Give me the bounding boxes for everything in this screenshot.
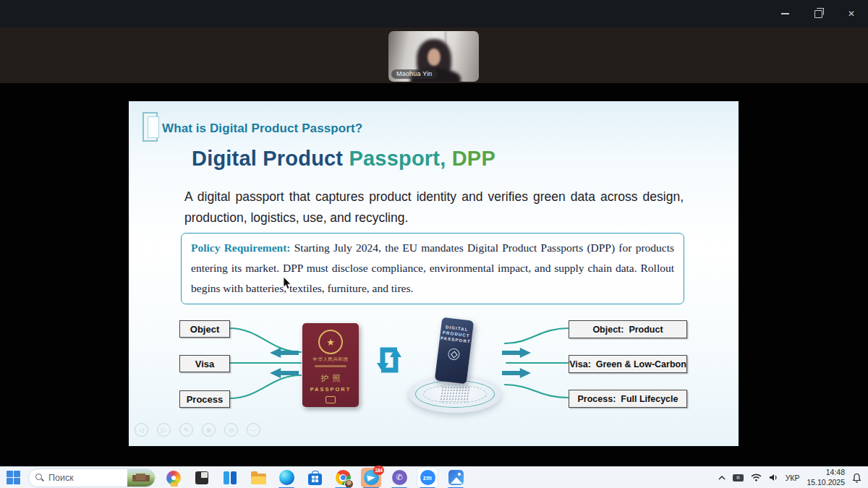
- system-tray: УКР 14:48 15.10.2025: [718, 468, 861, 487]
- taskbar-app-viber[interactable]: ✆: [389, 468, 409, 488]
- dark-app-icon: [195, 471, 208, 484]
- taskbar-app-explorer[interactable]: [248, 468, 268, 488]
- notification-bell-icon[interactable]: [852, 473, 861, 483]
- passport-country-text: 中华人民共和国: [302, 356, 359, 363]
- right-box-object-product: Object: Product: [569, 320, 687, 338]
- restore-icon: [814, 10, 822, 18]
- right-box-visa-green: Visa: Green & Low-Carbon: [569, 355, 687, 373]
- panels-app-icon: [224, 471, 237, 484]
- exchange-cycle-icon: [373, 343, 404, 377]
- passport-chip-icon: [326, 396, 336, 403]
- national-emblem-icon: ★: [318, 330, 343, 354]
- platform-dot-pattern: [439, 386, 470, 402]
- taskbar-app-panels[interactable]: [220, 468, 240, 488]
- left-box-object: Object: [179, 320, 230, 338]
- start-button[interactable]: [7, 471, 20, 484]
- taskbar-app-pinwheel[interactable]: [163, 468, 184, 488]
- minimize-button[interactable]: [768, 0, 801, 27]
- viber-icon: ✆: [392, 470, 407, 485]
- close-button[interactable]: ✕: [835, 0, 868, 27]
- slide-header: What is Digital Product Passport?: [162, 121, 362, 136]
- tray-chevron-icon[interactable]: [718, 476, 726, 480]
- file-explorer-icon: [251, 474, 266, 484]
- prev-slide-button[interactable]: ◁: [135, 423, 148, 437]
- slide-title-part3: DPP: [446, 147, 495, 170]
- slide-deco-bracket-icon: [142, 112, 158, 142]
- zoom-tool-button[interactable]: ⊙: [224, 423, 238, 437]
- telegram-notification-badge: 184: [373, 466, 384, 475]
- taskbar-app-edge[interactable]: [276, 468, 297, 488]
- search-icon: [35, 474, 43, 481]
- left-box-process: Process: [179, 390, 230, 408]
- more-options-button[interactable]: ⋯: [247, 423, 260, 437]
- next-slide-button[interactable]: ▷: [157, 423, 171, 437]
- slide-title-part1: Digital Product: [192, 147, 343, 170]
- chinese-passport-graphic: ★ 中华人民共和国 护照 PASSPORT: [302, 323, 359, 407]
- taskbar-app-zoom[interactable]: zm: [417, 468, 438, 488]
- app-window: ✕ Maohua Yin What is Digital Product Pas…: [0, 0, 868, 488]
- pinwheel-app-icon: [166, 471, 181, 485]
- video-strip: Maohua Yin: [0, 27, 868, 83]
- chrome-profile-avatar: [344, 479, 354, 488]
- taskbar-app-chrome[interactable]: [333, 468, 353, 488]
- passport-huzhao-text: 护照: [302, 373, 359, 384]
- taskbar-app-telegram[interactable]: 184: [361, 468, 381, 488]
- participant-face: [427, 48, 441, 66]
- language-indicator[interactable]: УКР: [786, 474, 800, 482]
- search-highlight-image[interactable]: [127, 469, 155, 487]
- left-box-visa: Visa: [179, 355, 230, 372]
- microsoft-store-icon: [308, 474, 322, 485]
- camera-in-use-icon[interactable]: [733, 474, 744, 481]
- participant-video-tile[interactable]: Maohua Yin: [388, 31, 479, 82]
- presentation-controls: ◁ ▷ ✎ ⊕ ⊙ ⋯: [135, 423, 260, 437]
- screen-share-stage: What is Digital Product Passport? Digita…: [0, 83, 868, 466]
- taskbar-app-photos[interactable]: [446, 468, 466, 488]
- taskbar-app-darkapp[interactable]: [192, 468, 212, 488]
- mouse-cursor: [283, 277, 293, 291]
- policy-label: Policy Requirement:: [191, 241, 291, 254]
- zoom-icon: zm: [420, 470, 435, 485]
- slide-title: Digital Product Passport, DPP: [192, 147, 495, 171]
- restore-button[interactable]: [801, 0, 835, 27]
- clock[interactable]: 14:48 15.10.2025: [807, 468, 845, 487]
- cube-icon: [447, 348, 460, 361]
- slide-title-part2: Passport,: [343, 147, 446, 170]
- participant-name-label: Maohua Yin: [391, 69, 438, 79]
- taskbar: Поиск 184 ✆ zm УК: [0, 466, 868, 488]
- search-label: Поиск: [48, 473, 74, 483]
- dpp-diagram: Object Visa Process ★ 中华人民共和国 护照 PASSPOR…: [129, 314, 739, 424]
- emblem-star: ★: [326, 337, 335, 348]
- search-box[interactable]: Поиск: [28, 468, 156, 487]
- tray-time: 14:48: [826, 468, 845, 477]
- edge-icon: [279, 470, 294, 485]
- close-icon: ✕: [848, 9, 855, 19]
- presentation-slide: What is Digital Product Passport? Digita…: [129, 101, 739, 446]
- right-box-process-lifecycle: Process: Full Lifecycle: [569, 390, 687, 408]
- tools-button[interactable]: ⊕: [202, 423, 216, 437]
- minimize-icon: [781, 13, 789, 14]
- wifi-icon[interactable]: [751, 474, 762, 481]
- speaker-icon[interactable]: [769, 474, 778, 481]
- title-bar: ✕: [0, 0, 868, 27]
- viber-phone-glyph: ✆: [396, 473, 402, 482]
- pen-tool-button[interactable]: ✎: [179, 423, 193, 437]
- policy-requirement-box: Policy Requirement: Starting July 2024, …: [181, 233, 684, 304]
- tray-date: 15.10.2025: [807, 478, 845, 487]
- taskbar-app-store[interactable]: [305, 468, 325, 488]
- photos-icon: [448, 470, 464, 485]
- slide-body-text: A digital passport that captures product…: [184, 187, 684, 228]
- window-controls: ✕: [768, 0, 868, 27]
- passport-label-text: PASSPORT: [302, 386, 359, 393]
- passport-subtitle-bar: [315, 365, 346, 367]
